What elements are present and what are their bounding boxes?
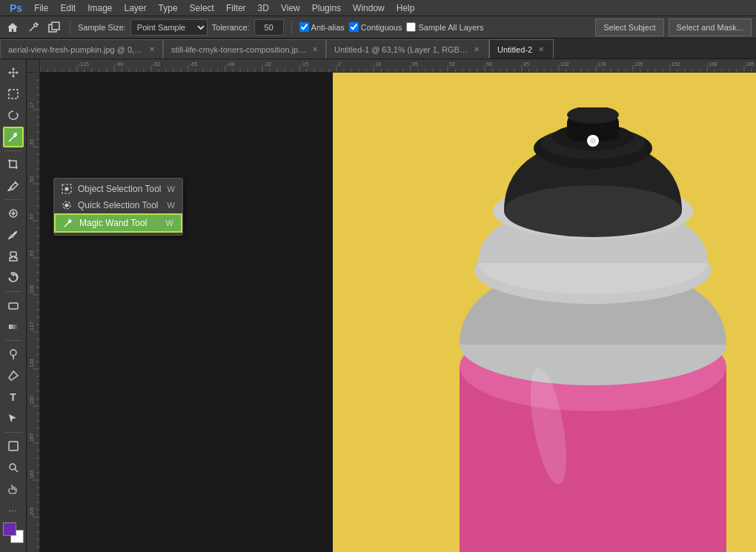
svg-rect-5 [52,22,59,30]
tab-0-close[interactable]: ✕ [148,45,155,54]
tool-stamp[interactable] [3,246,24,267]
menu-3d[interactable]: 3D [253,1,274,15]
tool-eraser[interactable] [3,295,24,316]
svg-text:152: 152 [672,61,680,67]
svg-text:85: 85 [523,61,529,67]
tab-0[interactable]: aerial-view-fresh-pumpkin.jpg @ 0,049% (… [0,39,163,59]
menu-file[interactable]: File [29,1,53,15]
tool-dodge[interactable] [3,344,24,365]
tab-bar: aerial-view-fresh-pumpkin.jpg @ 0,049% (… [0,39,756,59]
svg-text:100: 100 [29,285,34,293]
tab-2[interactable]: Untitled-1 @ 63,1% (Layer 1, RGB/8*) ✕ [326,39,489,59]
svg-rect-16 [10,252,16,256]
app-icon[interactable]: Ps [4,1,27,16]
flyout-magic-wand[interactable]: Magic Wand Tool W [54,213,182,233]
svg-text:168: 168 [709,61,717,67]
svg-rect-17 [9,303,18,309]
main-area: T ··· [0,59,756,552]
tool-hand[interactable] [3,479,24,499]
select-and-mask-button[interactable]: Select and Mask... [669,19,752,36]
svg-point-237 [65,204,68,207]
svg-point-11 [13,135,16,137]
add-mode-icon[interactable] [46,19,62,36]
tool-brush[interactable] [3,225,24,245]
svg-line-238 [64,222,69,227]
color-swatches[interactable] [3,522,24,543]
flyout-quick-selection[interactable]: Quick Selection Tool W [54,197,182,213]
svg-text:-32: -32 [264,61,271,67]
svg-text:183: 183 [29,470,34,479]
svg-text:167: 167 [29,433,34,442]
contiguous-checkbox[interactable] [349,22,359,32]
tool-gradient[interactable] [3,316,24,337]
menu-window[interactable]: Window [348,1,390,15]
flyout-quick-selection-shortcut: W [168,201,175,210]
menu-plugins[interactable]: Plugins [307,1,346,15]
select-subject-button[interactable]: Select Subject [595,19,663,36]
svg-text:52: 52 [449,61,455,67]
tool-type[interactable]: T [3,387,24,408]
flyout-magic-wand-shortcut: W [166,219,173,227]
tab-1-close[interactable]: ✕ [312,45,318,54]
svg-text:150: 150 [29,396,34,405]
svg-text:117: 117 [29,322,34,330]
tool-path-select[interactable] [3,408,24,429]
tool-eyedropper[interactable] [3,176,24,196]
tolerance-input[interactable]: 50 [254,19,284,36]
svg-text:102: 102 [560,61,569,67]
tool-history-brush[interactable] [3,267,24,288]
tab-3-label: Untitled-2 [497,45,532,54]
canvas-area[interactable]: -115-98-82-65-48-32-15218355268851021181… [27,59,756,552]
tool-rect-marquee[interactable] [3,84,24,104]
menu-filter[interactable]: Filter [221,1,251,15]
menu-select[interactable]: Select [185,1,219,15]
svg-text:-48: -48 [227,61,234,67]
svg-text:-115: -115 [79,61,89,67]
tool-move[interactable] [3,62,24,83]
tab-2-close[interactable]: ✕ [472,45,481,54]
photo-canvas[interactable] [333,73,756,552]
svg-line-23 [15,469,18,472]
svg-text:18: 18 [375,61,381,67]
tool-lasso[interactable] [3,105,24,126]
tool-more[interactable]: ··· [3,500,24,521]
svg-text:83: 83 [29,250,34,256]
tool-separator-1 [4,150,22,151]
svg-text:-15: -15 [301,61,308,67]
tab-3[interactable]: Untitled-2 ✕ [489,39,554,59]
foreground-color-swatch[interactable] [3,522,16,536]
tab-1-label: still-life-cmyk-toners-composition.jpg @… [171,45,308,54]
tool-pen[interactable] [3,365,24,386]
menu-image[interactable]: Image [82,1,117,15]
menu-type[interactable]: Type [153,1,183,15]
tool-shape[interactable] [3,436,24,456]
anti-alias-checkbox[interactable] [299,22,309,32]
tab-3-close[interactable]: ✕ [537,45,546,54]
dark-canvas-area[interactable] [40,73,333,552]
home-icon[interactable] [4,19,21,36]
sample-all-layers-checkbox[interactable] [406,22,416,32]
svg-rect-18 [9,325,18,329]
contiguous-checkbox-wrap[interactable]: Contiguous [349,22,402,32]
tool-crop[interactable] [3,154,24,175]
spray-can-image [385,107,756,552]
menu-layer[interactable]: Layer [119,1,152,15]
menu-view[interactable]: View [276,1,305,15]
tool-magic-wand[interactable] [3,127,24,147]
sample-all-layers-checkbox-wrap[interactable]: Sample All Layers [406,22,483,32]
tool-healing[interactable] [3,203,24,224]
menu-help[interactable]: Help [391,1,420,15]
svg-rect-6 [9,90,18,99]
anti-alias-checkbox-wrap[interactable]: Anti-alias [299,22,345,32]
menu-edit[interactable]: Edit [55,1,81,15]
sample-size-label: Sample Size: [78,23,126,32]
flyout-object-selection[interactable]: Object Selection Tool W [54,181,182,197]
ruler-left: 1733506783100117133150167183200 [27,73,40,552]
tool-separator-5 [4,432,22,433]
tool-zoom[interactable] [3,457,24,478]
tab-1[interactable]: still-life-cmyk-toners-composition.jpg @… [163,39,326,59]
sample-size-select[interactable]: Point Sample 3 by 3 Average 5 by 5 Avera… [130,19,208,36]
ruler-top: -115-98-82-65-48-32-15218355268851021181… [40,59,756,73]
svg-line-10 [16,133,17,135]
flyout-quick-selection-label: Quick Selection Tool [78,200,159,210]
